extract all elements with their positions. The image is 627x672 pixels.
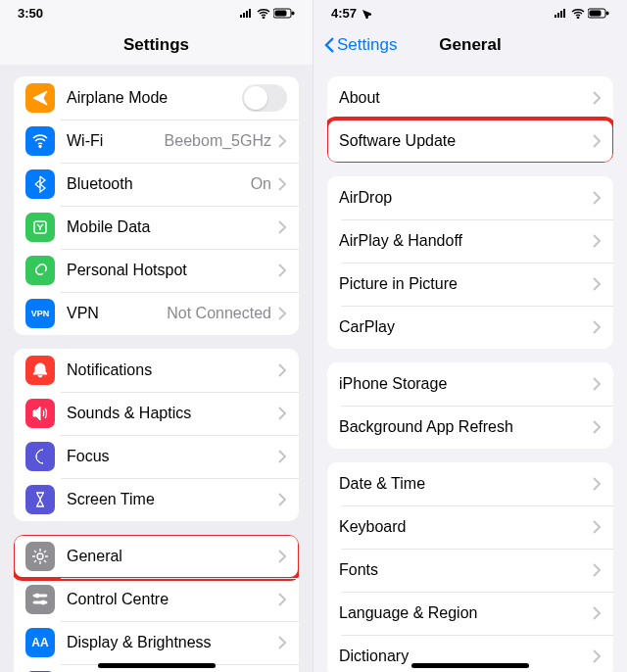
row-pip[interactable]: Picture in Picture: [327, 263, 613, 306]
chevron-icon: [277, 549, 287, 564]
row-label: Personal Hotspot: [67, 262, 277, 279]
row-label: AirDrop: [339, 189, 592, 207]
chevron-icon: [592, 519, 602, 535]
row-keyboard[interactable]: Keyboard: [327, 505, 613, 549]
row-label: CarPlay: [339, 318, 592, 336]
group-storage: iPhone Storage Background App Refresh: [327, 362, 613, 449]
row-display[interactable]: AA Display & Brightness: [14, 621, 299, 664]
row-airplay[interactable]: AirPlay & Handoff: [327, 219, 613, 263]
row-value: On: [251, 175, 271, 193]
back-chevron-icon: [323, 36, 335, 54]
row-general[interactable]: General: [14, 535, 299, 578]
row-sounds[interactable]: Sounds & Haptics: [14, 392, 299, 435]
row-label: Language & Region: [339, 604, 592, 622]
row-value: Beebom_5GHz: [165, 132, 271, 150]
row-label: Airplane Mode: [67, 89, 242, 107]
row-label: Display & Brightness: [67, 634, 277, 651]
hourglass-icon: [25, 485, 55, 514]
row-datetime[interactable]: Date & Time: [327, 462, 613, 505]
row-label: Bluetooth: [67, 175, 251, 193]
chevron-icon: [277, 406, 287, 421]
row-airplane[interactable]: Airplane Mode: [14, 76, 299, 120]
wifi-icon: [571, 8, 585, 19]
row-storage[interactable]: iPhone Storage: [327, 362, 613, 406]
row-about[interactable]: About: [327, 76, 613, 120]
sliders-icon: [25, 585, 55, 614]
row-focus[interactable]: Focus: [14, 435, 299, 478]
chevron-icon: [277, 592, 287, 607]
gear-icon: [25, 542, 55, 571]
row-label: Control Centre: [67, 591, 277, 608]
chevron-icon: [277, 263, 287, 278]
antenna-icon: [25, 213, 55, 242]
page-title: General: [439, 35, 501, 55]
row-control-centre[interactable]: Control Centre: [14, 578, 299, 621]
row-label: Date & Time: [339, 475, 592, 493]
chevron-icon: [592, 90, 602, 106]
battery-icon: [588, 8, 609, 19]
row-language[interactable]: Language & Region: [327, 592, 613, 635]
row-label: Screen Time: [67, 491, 277, 508]
airplane-icon: [25, 83, 55, 113]
row-label: Software Update: [339, 132, 592, 150]
home-indicator[interactable]: [98, 663, 216, 668]
row-label: Keyboard: [339, 518, 592, 536]
row-label: VPN: [67, 305, 167, 322]
chevron-icon: [592, 419, 602, 435]
row-label: Background App Refresh: [339, 418, 592, 436]
row-mobile-data[interactable]: Mobile Data: [14, 206, 299, 249]
speaker-icon: [25, 399, 55, 428]
chevron-icon: [277, 362, 287, 378]
nav-bar: Settings: [0, 25, 313, 65]
row-label: Sounds & Haptics: [67, 405, 277, 422]
wifi-icon: [25, 126, 55, 156]
chevron-icon: [277, 492, 287, 507]
airplane-switch[interactable]: [242, 84, 287, 112]
chevron-icon: [277, 133, 287, 149]
general-scroll[interactable]: About Software Update AirDrop AirPlay & …: [314, 65, 627, 672]
group-notifications: Notifications Sounds & Haptics Focus Scr…: [14, 349, 299, 521]
bluetooth-icon: [25, 169, 55, 199]
status-indicators: [240, 8, 295, 19]
row-label: General: [67, 548, 277, 565]
settings-scroll[interactable]: Airplane Mode Wi-Fi Beebom_5GHz Bluetoot…: [0, 65, 313, 672]
row-hotspot[interactable]: Personal Hotspot: [14, 249, 299, 292]
row-fonts[interactable]: Fonts: [327, 549, 613, 592]
row-vpn[interactable]: VPN VPN Not Connected: [14, 292, 299, 335]
status-bar: 3:50: [0, 0, 313, 25]
chevron-icon: [277, 635, 287, 650]
location-icon: [361, 8, 371, 19]
row-value: Not Connected: [167, 305, 271, 322]
row-notifications[interactable]: Notifications: [14, 349, 299, 392]
row-airdrop[interactable]: AirDrop: [327, 176, 613, 219]
chevron-icon: [592, 376, 602, 392]
chevron-icon: [277, 219, 287, 235]
row-refresh[interactable]: Background App Refresh: [327, 406, 613, 449]
row-label: Fonts: [339, 561, 592, 579]
battery-icon: [273, 8, 295, 19]
chevron-icon: [592, 190, 602, 206]
chevron-icon: [592, 233, 602, 249]
group-general: General Control Centre AA Display & Brig…: [14, 535, 299, 672]
group-about: About Software Update: [327, 76, 613, 163]
row-screen-time[interactable]: Screen Time: [14, 478, 299, 521]
row-label: iPhone Storage: [339, 375, 592, 393]
chevron-icon: [277, 449, 287, 464]
back-label: Settings: [337, 35, 397, 55]
status-time-area: 4:57: [331, 6, 371, 21]
row-software-update[interactable]: Software Update: [327, 120, 613, 163]
group-airdrop: AirDrop AirPlay & Handoff Picture in Pic…: [327, 176, 613, 349]
moon-icon: [25, 442, 55, 471]
back-button[interactable]: Settings: [323, 35, 397, 55]
vpn-icon: VPN: [25, 299, 55, 328]
row-bluetooth[interactable]: Bluetooth On: [14, 163, 299, 206]
bell-icon: [25, 356, 55, 385]
row-carplay[interactable]: CarPlay: [327, 306, 613, 349]
chevron-icon: [592, 276, 602, 292]
chevron-icon: [592, 562, 602, 578]
row-label: Wi-Fi: [67, 132, 165, 150]
status-time: 3:50: [18, 6, 43, 21]
wifi-icon: [257, 8, 270, 19]
home-indicator[interactable]: [411, 663, 529, 668]
row-wifi[interactable]: Wi-Fi Beebom_5GHz: [14, 120, 299, 163]
